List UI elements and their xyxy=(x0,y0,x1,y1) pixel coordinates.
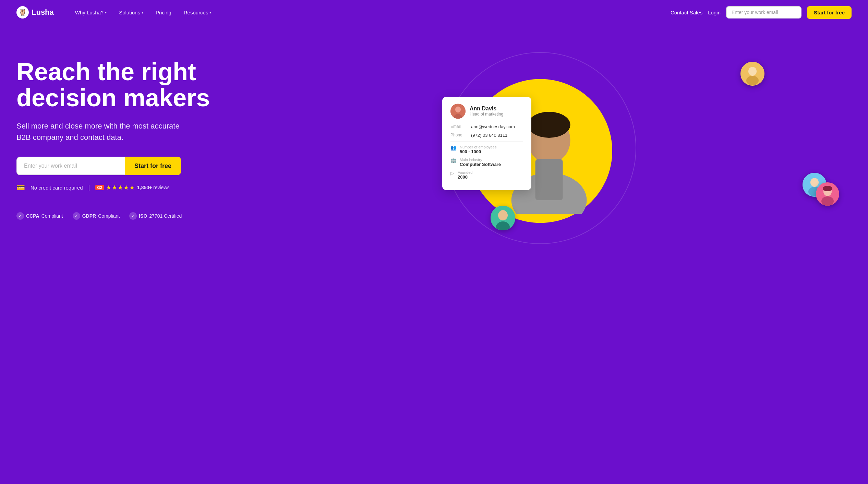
svg-rect-4 xyxy=(535,159,563,200)
card-header: Ann Davis Head of marketing xyxy=(450,104,523,119)
svg-point-9 xyxy=(748,67,757,76)
svg-point-10 xyxy=(746,76,759,85)
divider: | xyxy=(88,184,90,191)
card-phone-row: Phone (972) 03 640 8111 xyxy=(450,133,523,138)
svg-point-6 xyxy=(455,106,461,112)
contact-sales-link[interactable]: Contact Sales xyxy=(671,10,702,15)
chevron-down-icon: ▾ xyxy=(142,11,143,14)
chevron-down-icon: ▾ xyxy=(209,11,211,14)
hero-email-input[interactable] xyxy=(16,157,125,175)
nav-start-free-button[interactable]: Start for free xyxy=(807,6,852,19)
svg-point-13 xyxy=(810,178,819,187)
card-person-name: Ann Davis xyxy=(470,106,503,112)
star-rating: ★★★★★ xyxy=(106,184,135,191)
hero-subtitle: Sell more and close more with the most a… xyxy=(16,120,195,143)
login-link[interactable]: Login xyxy=(708,10,721,15)
logo[interactable]: 🦉 Lusha xyxy=(16,6,54,19)
founded-icon: ▷ xyxy=(450,170,454,176)
card-employees-row: 👥 Number of employees 500 - 1000 xyxy=(450,145,523,154)
hero-cta: Start for free xyxy=(16,157,181,175)
ccpa-badge: ✓ CCPA Compliant xyxy=(16,212,63,220)
hero-start-free-button[interactable]: Start for free xyxy=(125,157,181,175)
employees-icon: 👥 xyxy=(450,145,456,150)
gdpr-badge: ✓ GDPR Compliant xyxy=(73,212,120,220)
g2-badge: G2 ★★★★★ 1,850+ reviews xyxy=(95,184,169,191)
floating-avatar-1 xyxy=(740,62,764,86)
card-email-row: Email ann@wednesday.com xyxy=(450,124,523,129)
chevron-down-icon: ▾ xyxy=(105,11,107,14)
hero-meta: 💳 No credit card required | G2 ★★★★★ 1,8… xyxy=(16,183,229,192)
check-icon: ✓ xyxy=(73,212,80,220)
svg-point-17 xyxy=(498,210,508,220)
nav-links: Why Lusha? ▾ Solutions ▾ Pricing Resourc… xyxy=(70,7,671,18)
card-founded-row: ▷ Founded 2000 xyxy=(450,170,523,180)
no-credit-card-text: No credit card required xyxy=(31,185,83,191)
svg-point-21 xyxy=(821,196,834,206)
reviews-count: 1,850+ reviews xyxy=(137,185,170,190)
card-avatar xyxy=(450,104,466,119)
credit-card-icon: 💳 xyxy=(16,183,25,192)
card-person-title: Head of marketing xyxy=(470,112,503,117)
check-icon: ✓ xyxy=(16,212,24,220)
hero-left: Reach the right decision makers Sell mor… xyxy=(16,45,229,220)
card-divider xyxy=(450,141,523,142)
profile-card: Ann Davis Head of marketing Email ann@we… xyxy=(442,97,531,190)
logo-icon: 🦉 xyxy=(16,6,29,19)
floating-avatar-4 xyxy=(816,182,839,206)
iso-badge: ✓ ISO 27701 Certified xyxy=(129,212,182,220)
nav-right: Contact Sales Login Start for free xyxy=(671,6,852,19)
hero-illustration: Ann Davis Head of marketing Email ann@we… xyxy=(229,45,852,251)
card-industry-row: 🏢 Main industry Computer Software xyxy=(450,158,523,167)
check-icon: ✓ xyxy=(129,212,137,220)
industry-icon: 🏢 xyxy=(450,158,456,163)
nav-pricing[interactable]: Pricing xyxy=(151,7,176,18)
nav-resources[interactable]: Resources ▾ xyxy=(179,7,216,18)
g2-logo: G2 xyxy=(95,185,104,190)
floating-avatar-3 xyxy=(491,206,515,230)
svg-point-3 xyxy=(528,112,570,138)
svg-point-22 xyxy=(823,186,832,191)
nav-solutions[interactable]: Solutions ▾ xyxy=(114,7,148,18)
nav-email-input[interactable] xyxy=(726,6,801,19)
navbar: 🦉 Lusha Why Lusha? ▾ Solutions ▾ Pricing… xyxy=(0,0,868,25)
hero-badges: ✓ CCPA Compliant ✓ GDPR Compliant ✓ ISO … xyxy=(16,212,229,220)
nav-why-lusha[interactable]: Why Lusha? ▾ xyxy=(70,7,111,18)
hero-section: Reach the right decision makers Sell mor… xyxy=(0,25,868,484)
hero-title: Reach the right decision makers xyxy=(16,59,229,111)
logo-text: Lusha xyxy=(32,8,54,17)
